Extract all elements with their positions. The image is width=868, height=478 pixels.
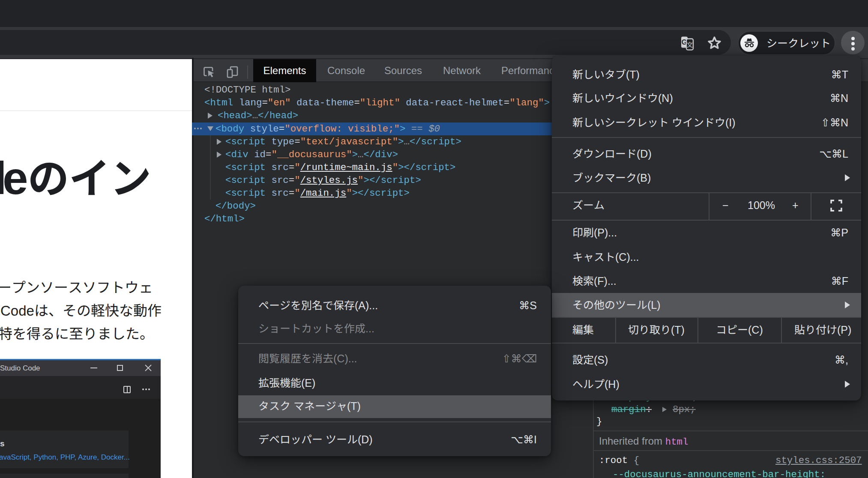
svg-text:文: 文 (686, 40, 693, 49)
